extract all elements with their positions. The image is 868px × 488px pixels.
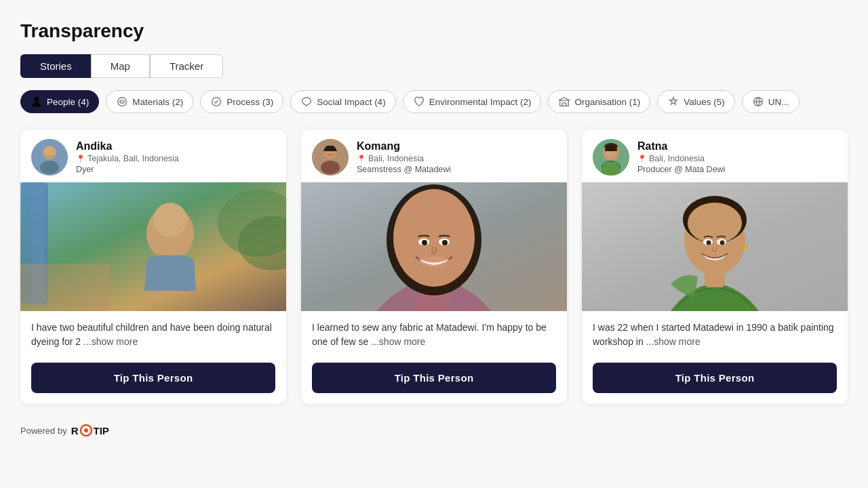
card-ratna-header: Ratna 📍 Bali, Indonesia Producer @ Mata … — [582, 129, 848, 182]
ratna-name: Ratna — [637, 140, 725, 152]
people-cards: Andika 📍 Tejakula, Bali, Indonesia Dyer — [20, 129, 848, 404]
andika-bio: I have two beautiful children and have b… — [31, 321, 275, 349]
svg-point-18 — [321, 161, 340, 174]
location-pin-icon-3: 📍 — [637, 155, 647, 163]
svg-point-44 — [720, 241, 725, 245]
ratna-role: Producer @ Mata Dewi — [637, 165, 725, 174]
svg-point-39 — [688, 203, 742, 243]
komang-bio-container: I learned to sew any fabric at Matadewi.… — [301, 311, 567, 356]
card-andika: Andika 📍 Tejakula, Bali, Indonesia Dyer — [20, 129, 286, 404]
svg-point-28 — [422, 240, 427, 245]
page-title: Transparency — [20, 20, 848, 42]
andika-role: Dyer — [76, 165, 179, 174]
ratna-bio-container: I was 22 when I started Matadewi in 1990… — [582, 311, 848, 356]
environmental-icon — [413, 96, 425, 108]
andika-name: Andika — [76, 140, 179, 152]
powered-by-text: Powered by — [20, 426, 67, 436]
svg-point-12 — [153, 203, 187, 237]
svg-point-6 — [40, 161, 59, 174]
komang-location: 📍 Bali, Indonesia — [357, 154, 451, 163]
card-ratna-info: Ratna 📍 Bali, Indonesia Producer @ Mata … — [637, 140, 725, 174]
card-ratna: Ratna 📍 Bali, Indonesia Producer @ Mata … — [582, 129, 848, 404]
svg-point-24 — [393, 189, 475, 287]
people-icon — [31, 96, 43, 108]
andika-bio-container: I have two beautiful children and have b… — [20, 311, 286, 356]
komang-name: Komang — [357, 140, 451, 152]
avatar-komang — [312, 139, 349, 176]
komang-footer: Tip This Person — [301, 356, 567, 404]
svg-point-43 — [707, 241, 711, 245]
tab-map[interactable]: Map — [91, 54, 150, 78]
andika-photo — [20, 182, 286, 311]
un-icon — [752, 96, 764, 108]
filter-process[interactable]: Process (3) — [200, 90, 283, 113]
filter-materials[interactable]: Materials (2) — [106, 90, 193, 113]
process-icon — [210, 96, 222, 108]
filter-environmental-impact[interactable]: Environmental Impact (2) — [403, 90, 542, 113]
card-komang-header: Komang 📍 Bali, Indonesia Seamstress @ Ma… — [301, 129, 567, 182]
svg-point-40 — [743, 244, 748, 249]
andika-footer: Tip This Person — [20, 356, 286, 404]
location-pin-icon-2: 📍 — [357, 155, 366, 163]
card-komang-info: Komang 📍 Bali, Indonesia Seamstress @ Ma… — [357, 140, 451, 174]
filter-bar: People (4) Materials (2) Process (3) — [20, 90, 848, 113]
rootip-logo: R TIP — [71, 424, 109, 436]
komang-bio: I learned to sew any fabric at Matadewi.… — [312, 321, 556, 349]
social-impact-icon — [300, 96, 313, 108]
svg-rect-15 — [20, 264, 109, 311]
rootip-r: R — [71, 425, 79, 436]
andika-show-more[interactable]: ...show more — [83, 336, 138, 347]
values-icon — [667, 96, 679, 108]
card-andika-info: Andika 📍 Tejakula, Bali, Indonesia Dyer — [76, 140, 179, 174]
andika-location: 📍 Tejakula, Bali, Indonesia — [76, 154, 179, 163]
komang-show-more[interactable]: ...show more — [371, 336, 425, 347]
filter-un[interactable]: UN... — [742, 90, 800, 113]
rootip-circle-icon — [79, 424, 93, 436]
filter-organisation[interactable]: Organisation (1) — [548, 90, 650, 113]
tip-ratna-button[interactable]: Tip This Person — [593, 363, 837, 393]
tip-komang-button[interactable]: Tip This Person — [312, 363, 556, 393]
tab-stories[interactable]: Stories — [20, 54, 91, 78]
filter-social-impact[interactable]: Social Impact (4) — [290, 90, 395, 113]
tip-andika-button[interactable]: Tip This Person — [31, 363, 275, 393]
filter-values[interactable]: Values (5) — [657, 90, 735, 113]
komang-photo — [301, 182, 567, 311]
svg-point-29 — [442, 240, 448, 245]
komang-role: Seamstress @ Matadewi — [357, 165, 451, 174]
organisation-icon — [558, 96, 570, 108]
ratna-photo — [582, 182, 848, 311]
ratna-show-more[interactable]: ...show more — [646, 336, 701, 347]
card-komang: Komang 📍 Bali, Indonesia Seamstress @ Ma… — [301, 129, 567, 404]
page-footer: Powered by R TIP — [20, 424, 848, 436]
avatar-andika — [31, 139, 68, 176]
location-pin-icon: 📍 — [76, 155, 85, 163]
tab-tracker[interactable]: Tracker — [150, 54, 223, 78]
filter-people[interactable]: People (4) — [20, 90, 99, 113]
ratna-footer: Tip This Person — [582, 356, 848, 404]
card-andika-header: Andika 📍 Tejakula, Bali, Indonesia Dyer — [20, 129, 286, 182]
materials-icon — [116, 96, 128, 108]
ratna-location: 📍 Bali, Indonesia — [637, 154, 725, 163]
avatar-ratna — [593, 139, 629, 176]
ratna-bio: I was 22 when I started Matadewi in 1990… — [593, 321, 837, 349]
tab-bar: Stories Map Tracker — [20, 54, 848, 78]
svg-point-46 — [84, 428, 88, 432]
rootip-tip: TIP — [94, 425, 109, 436]
